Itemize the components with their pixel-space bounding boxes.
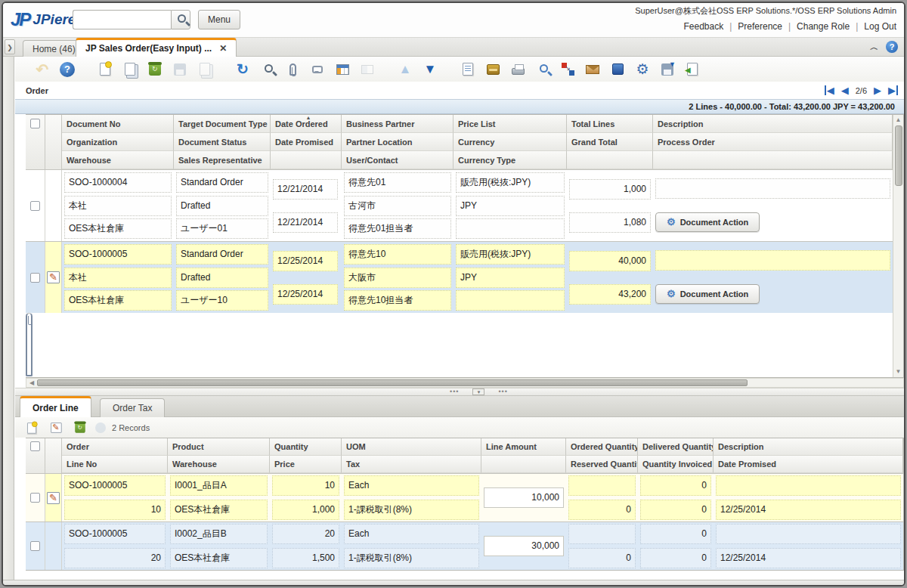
col-sales-representative[interactable]: Sales Representative — [174, 151, 271, 169]
change-role-link[interactable]: Change Role — [797, 21, 850, 32]
cell-delivered-qty[interactable]: 0 — [640, 524, 711, 544]
feedback-link[interactable]: Feedback — [683, 21, 723, 32]
help-icon[interactable]: ? — [886, 41, 898, 53]
col-tax[interactable]: Tax — [342, 456, 481, 473]
tab-order-line[interactable]: Order Line — [20, 396, 91, 417]
menu-button[interactable]: Menu — [198, 10, 240, 29]
detail-record-icon[interactable] — [358, 60, 376, 79]
cell-date-promised[interactable]: 12/21/2014 — [273, 212, 338, 233]
col-order[interactable]: Order — [62, 438, 168, 456]
print-preview-icon[interactable] — [534, 60, 552, 79]
row-checkbox[interactable] — [30, 273, 40, 283]
cell-price-list[interactable]: 販売用(税抜:JPY) — [456, 172, 565, 193]
chat-icon[interactable] — [308, 60, 327, 79]
global-search-input[interactable] — [73, 10, 171, 29]
scroll-down-icon[interactable]: ▼ — [896, 367, 902, 377]
cell-tax[interactable]: 1-課税取引(8%) — [344, 500, 479, 520]
cell-doc-type[interactable]: Standard Order — [176, 244, 268, 265]
col-partner-location[interactable]: Partner Location — [342, 133, 454, 151]
cell-date-ordered[interactable]: 12/25/2014 — [273, 251, 338, 271]
cell-order[interactable]: SOO-1000005 — [64, 524, 166, 544]
email-request-icon[interactable] — [584, 60, 602, 79]
panel-splitter[interactable]: ••• ▼ ••• — [15, 388, 904, 396]
cell-partner[interactable]: 得意先01 — [344, 172, 451, 193]
document-action-button[interactable]: ⚙Document Action — [655, 212, 760, 232]
cell-price[interactable]: 1,500 — [272, 548, 339, 568]
col-warehouse[interactable]: Warehouse — [62, 151, 174, 169]
detail-record-down-icon[interactable]: ▼ — [421, 60, 439, 79]
cell-line-date-promised[interactable]: 12/25/2014 — [716, 548, 901, 568]
cell-partner[interactable]: 得意先10 — [344, 244, 451, 265]
col-organization[interactable]: Organization — [62, 133, 174, 151]
tab-sales-order[interactable]: JP Sales Order(Easy Input) ...✕ — [76, 38, 237, 57]
exit-icon[interactable] — [683, 60, 701, 79]
cell-doc-status[interactable]: Drafted — [176, 268, 268, 288]
archive-icon[interactable] — [484, 60, 502, 79]
copy-record-icon[interactable] — [121, 60, 139, 79]
order-line-row[interactable]: SOO-100000520 I0002_品目BOES本社倉庫 201,500 E… — [26, 521, 903, 570]
cell-invoiced-qty[interactable]: 0 — [640, 548, 711, 568]
refresh-icon[interactable]: ↻ — [234, 60, 252, 79]
cell-location[interactable]: 大阪市 — [344, 268, 451, 288]
col-quantity[interactable]: Quantity — [270, 438, 342, 456]
cell-doc-status[interactable]: Drafted — [176, 196, 268, 216]
cell-delivered-qty[interactable]: 0 — [640, 475, 711, 496]
close-tab-icon[interactable]: ✕ — [219, 43, 227, 54]
col-delivered-quantity[interactable]: Delivered Quantity — [638, 438, 714, 456]
col-business-partner[interactable]: Business Partner — [342, 115, 454, 133]
toggle-grid-icon[interactable] — [333, 60, 351, 79]
col-line-no[interactable]: Line No — [62, 456, 168, 473]
delete-record-icon[interactable] — [146, 60, 164, 79]
cell-reserved-qty[interactable]: 0 — [568, 548, 636, 568]
cell-price-list[interactable]: 販売用(税抜:JPY) — [456, 244, 565, 265]
col-document-status[interactable]: Document Status — [174, 133, 271, 151]
cell-price[interactable]: 1,000 — [272, 500, 339, 520]
col-product[interactable]: Product — [168, 438, 270, 456]
ignore-undo-icon[interactable]: ↶ — [33, 60, 51, 79]
col-user-contact[interactable]: User/Contact — [342, 151, 454, 169]
cell-total-lines[interactable]: 40,000 — [569, 251, 651, 271]
splitter-grip[interactable]: ••• — [498, 388, 507, 395]
vertical-scrollbar[interactable]: ▲ ▼ — [893, 115, 903, 377]
cell-organization[interactable]: 本社 — [64, 268, 172, 288]
col-uom[interactable]: UOM — [342, 438, 481, 456]
first-record-icon[interactable]: ◀ — [825, 85, 834, 95]
cell-doc-type[interactable]: Standard Order — [176, 172, 268, 193]
cell-product[interactable]: I0001_品目A — [170, 475, 268, 496]
row-checkbox[interactable] — [30, 201, 40, 211]
cell-grand-total[interactable]: 1,080 — [569, 212, 651, 233]
hscrollbar-thumb[interactable] — [37, 379, 748, 386]
row-checkbox[interactable] — [30, 493, 40, 503]
parent-record-icon[interactable]: ▲ — [396, 60, 414, 79]
col-ordered-quantity[interactable]: Ordered Quantity — [566, 438, 638, 456]
col-process-order[interactable]: Process Order — [653, 133, 893, 151]
cell-currency-type[interactable] — [456, 218, 565, 239]
cell-tax[interactable]: 1-課税取引(8%) — [344, 548, 479, 568]
cell-warehouse[interactable]: OES本社倉庫 — [170, 548, 268, 568]
save-icon[interactable] — [171, 60, 189, 79]
col-price-list[interactable]: Price List — [454, 115, 567, 133]
col-line-description[interactable]: Description — [714, 438, 903, 456]
print-icon[interactable] — [509, 60, 527, 79]
find-icon[interactable] — [258, 60, 277, 79]
col-quantity-invoiced[interactable]: Quantity Invoiced — [638, 456, 714, 473]
cell-total-lines[interactable]: 1,000 — [569, 179, 651, 200]
splitter-grip[interactable]: ••• — [450, 388, 459, 395]
cell-quantity[interactable]: 10 — [272, 475, 339, 496]
last-record-icon[interactable]: ▶ — [888, 85, 898, 95]
cell-currency[interactable]: JPY — [456, 268, 565, 288]
preference-link[interactable]: Preference — [738, 21, 782, 32]
cell-date-ordered[interactable]: 12/21/2014 — [273, 179, 338, 200]
jpiere-logo[interactable]: JP JPiere — [11, 9, 76, 30]
scroll-up-icon[interactable]: ▲ — [896, 115, 902, 125]
cell-description[interactable] — [655, 250, 890, 271]
save-create-new-icon[interactable] — [196, 60, 214, 79]
col-line-amount[interactable]: Line Amount — [481, 438, 566, 456]
attachment-icon[interactable] — [283, 60, 302, 79]
cell-line-description[interactable] — [716, 475, 901, 496]
document-action-button[interactable]: ⚙Document Action — [655, 284, 760, 304]
cell-line-description[interactable] — [716, 524, 901, 544]
horizontal-scrollbar[interactable]: ◀ — [26, 378, 904, 388]
col-currency[interactable]: Currency — [454, 133, 567, 151]
cell-document-no[interactable]: SOO-1000005 — [64, 244, 172, 265]
